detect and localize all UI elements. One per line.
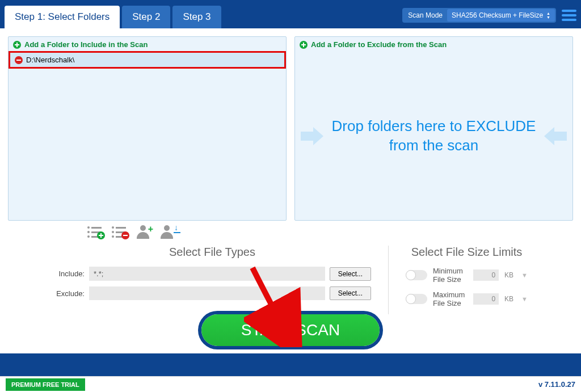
add-include-folder[interactable]: Add a Folder to Include in the Scan bbox=[9, 37, 286, 52]
include-header-text: Add a Folder to Include in the Scan bbox=[24, 40, 148, 49]
main: Add a Folder to Include in the Scan D:\N… bbox=[0, 28, 581, 370]
tabs: Step 1: Select Folders Step 2 Step 3 bbox=[5, 6, 221, 28]
include-types-input[interactable]: *.*; bbox=[89, 267, 325, 281]
scan-mode-value: SHA256 Checksum + FileSize bbox=[452, 11, 543, 19]
list-remove-icon[interactable] bbox=[112, 226, 126, 238]
plus-icon bbox=[13, 41, 21, 49]
arrow-right-icon bbox=[301, 127, 323, 145]
plus-icon bbox=[300, 41, 308, 49]
tab-step3[interactable]: Step 3 bbox=[172, 6, 221, 28]
exclude-label: Exclude: bbox=[53, 289, 85, 298]
toolbar: + ↓ bbox=[8, 221, 573, 243]
max-size-label: Maximum File Size bbox=[433, 290, 468, 307]
top-bar: Step 1: Select Folders Step 2 Step 3 Sca… bbox=[0, 0, 581, 28]
min-size-toggle[interactable] bbox=[406, 270, 427, 280]
footer-bar bbox=[0, 353, 581, 376]
scan-mode-select[interactable]: SHA256 Checksum + FileSize ▲▼ bbox=[447, 9, 555, 22]
start-scan-button[interactable]: START SCAN bbox=[201, 314, 380, 346]
start-wrap: START SCAN bbox=[8, 314, 573, 346]
user-add-icon[interactable]: + bbox=[136, 225, 150, 239]
max-size-toggle[interactable] bbox=[406, 294, 427, 304]
folder-row[interactable]: D:\Nerdschalk\ bbox=[10, 53, 284, 67]
include-select-button[interactable]: Select... bbox=[330, 267, 371, 281]
size-limits: Select File Size Limits Minimum File Siz… bbox=[388, 246, 528, 314]
min-size-value[interactable]: 0 bbox=[473, 269, 499, 281]
drop-text: Drop folders here to EXCLUDE from the sc… bbox=[330, 117, 537, 155]
exclude-select-button[interactable]: Select... bbox=[330, 286, 371, 300]
exclude-header-text: Add a Folder to Exclude from the Scan bbox=[311, 40, 447, 49]
list-add-icon[interactable] bbox=[87, 226, 102, 238]
status-bar: PREMIUM FREE TRIAL v 7.11.0.27 bbox=[0, 376, 581, 392]
updown-icon: ▲▼ bbox=[546, 11, 550, 19]
top-right: Scan Mode SHA256 Checksum + FileSize ▲▼ bbox=[402, 8, 576, 28]
user-import-icon[interactable]: ↓ bbox=[160, 225, 174, 239]
size-limits-title: Select File Size Limits bbox=[406, 246, 528, 259]
premium-trial-button[interactable]: PREMIUM FREE TRIAL bbox=[6, 378, 85, 391]
filter-row: Select File Types Include: *.*; Select..… bbox=[8, 243, 573, 314]
file-types-title: Select File Types bbox=[53, 246, 371, 259]
tab-step2[interactable]: Step 2 bbox=[122, 6, 170, 28]
exclude-types-input[interactable] bbox=[89, 286, 325, 300]
arrow-left-icon bbox=[544, 127, 567, 145]
remove-icon[interactable] bbox=[15, 56, 23, 64]
dropdown-icon[interactable]: ▼ bbox=[521, 272, 528, 279]
menu-icon[interactable] bbox=[562, 10, 576, 21]
folder-path: D:\Nerdschalk\ bbox=[26, 56, 74, 64]
max-size-value[interactable]: 0 bbox=[473, 293, 499, 305]
min-size-label: Minimum File Size bbox=[433, 267, 468, 284]
max-size-unit: KB bbox=[504, 295, 516, 303]
add-exclude-folder[interactable]: Add a Folder to Exclude from the Scan bbox=[295, 37, 572, 52]
tab-step1[interactable]: Step 1: Select Folders bbox=[5, 6, 120, 28]
min-size-unit: KB bbox=[504, 271, 516, 279]
dropdown-icon[interactable]: ▼ bbox=[521, 296, 528, 302]
annotation-highlight: D:\Nerdschalk\ bbox=[9, 51, 286, 69]
file-types: Select File Types Include: *.*; Select..… bbox=[53, 246, 371, 314]
include-label: Include: bbox=[53, 269, 85, 278]
panels: Add a Folder to Include in the Scan D:\N… bbox=[8, 36, 573, 221]
exclude-drop-zone[interactable]: Drop folders here to EXCLUDE from the sc… bbox=[295, 52, 572, 220]
scan-mode: Scan Mode SHA256 Checksum + FileSize ▲▼ bbox=[402, 8, 556, 23]
scan-mode-label: Scan Mode bbox=[403, 9, 447, 22]
include-panel: Add a Folder to Include in the Scan D:\N… bbox=[8, 36, 287, 221]
exclude-panel: Add a Folder to Exclude from the Scan Dr… bbox=[294, 36, 573, 221]
version-label: v 7.11.0.27 bbox=[538, 380, 575, 389]
